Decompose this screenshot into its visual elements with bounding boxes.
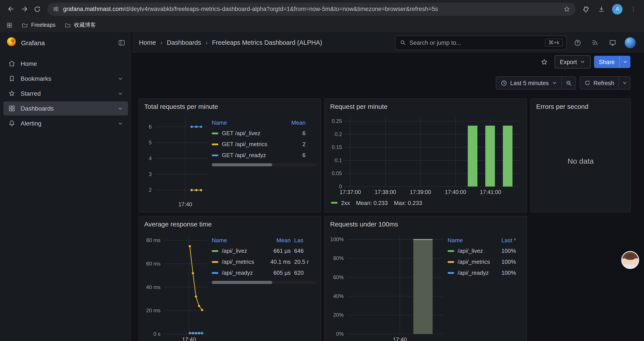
legend-col-last[interactable]: Las: [291, 237, 312, 243]
sidebar-item-alerting[interactable]: Alerting: [4, 116, 128, 130]
svg-text:17:40: 17:40: [182, 336, 196, 341]
legend-row[interactable]: GET /api/_livez 6: [212, 128, 316, 139]
refresh-button[interactable]: Refresh: [579, 76, 619, 90]
star-icon: [8, 90, 15, 97]
legend-col-name[interactable]: Name: [212, 237, 264, 243]
legend-table: Name Last * /api/_livez 100%: [445, 231, 522, 341]
sidebar-nav: Home Bookmarks Starred: [0, 53, 132, 135]
sidebar-item-home[interactable]: Home: [4, 57, 128, 71]
legend-col-last[interactable]: Last *: [493, 237, 516, 243]
legend-row[interactable]: GET /api/_readyz 6: [212, 150, 316, 161]
series-name[interactable]: /api/_readyz: [222, 269, 264, 276]
svg-text:3: 3: [149, 171, 152, 177]
series-max: Max: 0.233: [394, 199, 422, 206]
series-name[interactable]: 2xx: [341, 199, 350, 206]
browser-chrome: grafana.mathmast.com/d/deytv4rwavabkb/fr…: [0, 0, 644, 32]
legend-scrollbar[interactable]: [212, 281, 316, 284]
apps-grid-icon[interactable]: [6, 22, 13, 28]
legend-col-mean[interactable]: Mean: [264, 237, 291, 243]
legend-row[interactable]: /api/_metrics 100%: [448, 256, 522, 267]
panel-title[interactable]: Request per minute: [325, 99, 526, 114]
refresh-interval-caret[interactable]: [619, 76, 630, 90]
series-name[interactable]: /api/_metrics: [222, 258, 264, 265]
legend-col-name[interactable]: Name: [448, 237, 493, 243]
legend-col-mean[interactable]: Mean: [288, 119, 306, 126]
site-settings-icon[interactable]: [52, 6, 59, 12]
sidebar-item-starred[interactable]: Starred: [4, 87, 128, 101]
legend-row[interactable]: /api/_readyz 100%: [448, 267, 522, 278]
help-icon[interactable]: [570, 36, 584, 49]
svg-text:17:38:00: 17:38:00: [374, 189, 396, 195]
chevron-down-icon: [118, 121, 123, 126]
refresh-label: Refresh: [593, 80, 614, 86]
series-name[interactable]: /api/_readyz: [458, 269, 493, 276]
panel-title[interactable]: Total requests per minute: [139, 99, 320, 114]
legend-table: Name Mean Las /api/_livez 661 µs 646: [209, 231, 316, 341]
forward-button[interactable]: [18, 3, 31, 16]
search-input[interactable]: Search or jump to... ⌘+k: [395, 35, 567, 50]
total-requests-chart[interactable]: 2345617:40: [143, 114, 209, 209]
favorite-star-icon[interactable]: [538, 56, 551, 68]
news-rss-icon[interactable]: [588, 36, 602, 49]
reload-button[interactable]: [31, 3, 44, 16]
series-name[interactable]: /api/_livez: [222, 247, 264, 254]
legend-col-name[interactable]: Name: [212, 119, 288, 126]
sidebar-item-dashboards[interactable]: Dashboards: [4, 101, 128, 115]
extensions-icon[interactable]: [579, 3, 592, 16]
chevron-right-icon: ›: [160, 39, 162, 46]
avg-response-chart[interactable]: 0 s20 ms40 ms60 ms80 ms17:40: [143, 231, 209, 341]
export-button[interactable]: Export: [554, 55, 590, 69]
browser-menu-icon[interactable]: [626, 3, 640, 16]
assistant-avatar-button[interactable]: [621, 251, 639, 269]
panel-errors-per-second: Errors per second No data: [530, 98, 631, 212]
breadcrumb-home[interactable]: Home: [139, 39, 156, 46]
series-color-dash: [448, 250, 454, 252]
series-name[interactable]: /api/_metrics: [458, 258, 493, 265]
legend-row[interactable]: /api/_livez 661 µs 646: [212, 245, 316, 256]
legend-scrollbar[interactable]: [212, 163, 316, 166]
time-range-picker[interactable]: Last 5 minutes: [496, 76, 562, 90]
grafana-logo[interactable]: [6, 37, 17, 49]
top-navbar: Home › Dashboards › Freeleaps Metrics Da…: [132, 32, 644, 54]
chevron-right-icon: ›: [206, 39, 208, 46]
monitor-icon[interactable]: [606, 36, 620, 49]
legend-row[interactable]: /api/_metrics 40.1 ms 20.5 r: [212, 256, 316, 267]
user-avatar[interactable]: [623, 36, 637, 49]
sidebar-item-bookmarks[interactable]: Bookmarks: [4, 72, 128, 86]
series-name[interactable]: GET /api/_metrics: [222, 141, 288, 147]
series-color-dash: [448, 261, 454, 263]
series-mean: 6: [288, 130, 306, 137]
profile-avatar[interactable]: [611, 3, 624, 16]
url-bar[interactable]: grafana.mathmast.com/d/deytv4rwavabkb/fr…: [47, 3, 576, 16]
svg-text:0.25: 0.25: [332, 118, 342, 124]
breadcrumb-dashboards[interactable]: Dashboards: [167, 39, 201, 46]
series-name[interactable]: /api/_livez: [458, 247, 493, 254]
folder-icon: [64, 22, 71, 28]
series-color-dash: [212, 261, 218, 263]
back-button[interactable]: [4, 3, 18, 16]
collapse-sidebar-icon[interactable]: [118, 39, 126, 46]
url-path: /d/deytv4rwavabkb/freeleaps-metrics-dash…: [124, 6, 438, 12]
series-color-dash: [448, 272, 454, 274]
under-100ms-chart[interactable]: 100%80%60%40%20%0%17:40: [329, 231, 445, 341]
panel-title[interactable]: Average response time: [139, 216, 320, 231]
bookmark-blog-folder[interactable]: 收藏博客: [64, 21, 96, 29]
legend-item-2xx[interactable]: 2xx: [331, 199, 350, 206]
series-name[interactable]: GET /api/_livez: [222, 130, 288, 137]
legend-row[interactable]: /api/_readyz 605 µs 620: [212, 267, 316, 278]
zoom-out-button[interactable]: [562, 76, 576, 90]
legend-row[interactable]: /api/_livez 100%: [448, 245, 522, 256]
url-domain: grafana.mathmast.com: [63, 6, 124, 12]
panel-title[interactable]: Requests under 100ms: [325, 216, 526, 231]
bookmark-star-icon[interactable]: [563, 6, 570, 13]
panel-requests-per-minute: Request per minute 00.050.10.150.20.2517…: [324, 98, 527, 212]
bookmark-freeleaps[interactable]: Freeleaps: [22, 22, 56, 28]
series-mean: 2: [288, 141, 306, 147]
requests-per-minute-chart[interactable]: 00.050.10.150.20.2517:37:0017:38:0017:39…: [329, 114, 522, 197]
series-name[interactable]: GET /api/_readyz: [222, 152, 288, 158]
share-caret-icon[interactable]: [620, 56, 630, 68]
share-button[interactable]: Share: [594, 56, 630, 68]
panel-title[interactable]: Errors per second: [531, 99, 630, 114]
download-icon[interactable]: [595, 3, 608, 16]
legend-row[interactable]: GET /api/_metrics 2: [212, 139, 316, 150]
